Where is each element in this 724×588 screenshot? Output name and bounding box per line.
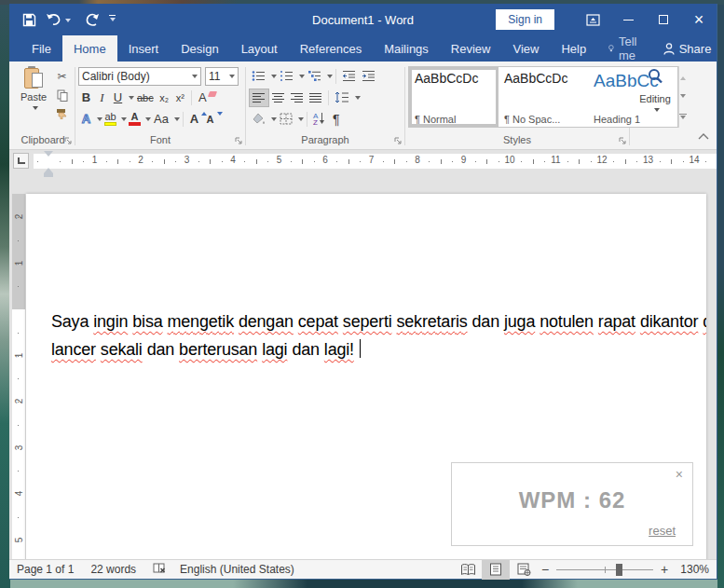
misspelled-word: juga <box>504 312 535 331</box>
text-effects-button[interactable]: A <box>78 110 94 129</box>
zoom-slider-thumb[interactable] <box>616 564 622 576</box>
first-line-indent-marker[interactable] <box>44 151 53 161</box>
zoom-slider[interactable] <box>556 560 653 580</box>
paste-button[interactable]: Paste <box>14 64 53 134</box>
undo-icon[interactable] <box>46 13 75 27</box>
share-button[interactable]: Share <box>652 35 723 62</box>
grow-font-button[interactable]: A <box>186 110 202 129</box>
indent-markers[interactable] <box>44 151 53 178</box>
close-button[interactable]: × <box>681 4 717 35</box>
font-name-select[interactable]: Calibri (Body) <box>78 67 201 86</box>
hanging-indent-marker[interactable] <box>44 163 53 173</box>
tab-layout[interactable]: Layout <box>230 35 289 62</box>
sign-in-button[interactable]: Sign in <box>496 9 554 30</box>
misspelled-word: sekali <box>101 340 143 359</box>
document-text[interactable]: Sayainginbisamengetikdengancepatsepertis… <box>51 308 706 363</box>
misspelled-word: lagi <box>262 340 287 359</box>
editing-button[interactable]: Editing <box>633 64 677 134</box>
justify-icon[interactable] <box>307 89 325 107</box>
word-count[interactable]: 22 words <box>90 563 136 576</box>
tab-stop-selector[interactable] <box>13 153 29 169</box>
ruler-row: 1234567891011121314 <box>9 150 717 177</box>
tab-home[interactable]: Home <box>62 35 117 62</box>
format-painter-icon[interactable] <box>53 105 71 122</box>
change-case-button[interactable]: Aa <box>151 110 171 129</box>
highlight-color-button[interactable]: ab <box>102 112 118 126</box>
tab-design[interactable]: Design <box>170 35 229 62</box>
collapse-ribbon-icon[interactable] <box>698 127 709 144</box>
underline-button[interactable]: U <box>110 89 126 107</box>
misspelled-word: bisa <box>132 312 162 331</box>
redo-icon[interactable] <box>85 13 100 27</box>
numbering-icon[interactable] <box>277 67 296 86</box>
increase-indent-icon[interactable] <box>359 67 378 86</box>
italic-button[interactable]: I <box>94 89 110 107</box>
tell-me-box[interactable]: Tell me <box>597 35 652 62</box>
zoom-level[interactable]: 130% <box>672 563 709 576</box>
title-bar: Document1 - Word Sign in × <box>9 4 717 35</box>
document-area: 2112345 Sayainginbisamengetikdengancepat… <box>9 177 717 560</box>
zoom-out-button[interactable]: − <box>538 562 553 577</box>
status-bar: Page 1 of 1 22 words English (United Sta… <box>9 559 717 579</box>
strikethrough-button[interactable]: abc <box>134 89 157 107</box>
ribbon-display-options-icon[interactable] <box>575 4 610 35</box>
align-center-icon[interactable] <box>269 89 288 107</box>
align-right-icon[interactable] <box>288 89 307 107</box>
bold-button[interactable]: B <box>78 89 94 107</box>
style-no-spacing[interactable]: AaBbCcDc ¶ No Spac... <box>499 67 588 127</box>
lightbulb-icon <box>608 42 614 55</box>
word-window: Document1 - Word Sign in × FileHomeInser… <box>9 4 717 580</box>
superscript-button[interactable]: x² <box>172 89 188 107</box>
print-layout-icon[interactable] <box>482 560 510 580</box>
line-spacing-icon[interactable] <box>332 89 352 107</box>
font-size-select[interactable]: 11 <box>205 67 239 86</box>
tab-references[interactable]: References <box>289 35 373 62</box>
bullets-icon[interactable] <box>249 67 268 86</box>
misspelled-word: sekretaris <box>397 312 468 331</box>
shrink-font-button[interactable]: A <box>202 110 218 129</box>
language-indicator[interactable]: English (United States) <box>180 563 294 576</box>
sort-icon[interactable]: A Z <box>310 110 328 129</box>
copy-icon[interactable] <box>53 87 71 103</box>
subscript-button[interactable]: x₂ <box>157 89 172 107</box>
borders-icon[interactable] <box>277 110 295 129</box>
styles-dialog-launcher-icon[interactable] <box>619 135 626 146</box>
clipboard-dialog-launcher-icon[interactable] <box>64 135 72 146</box>
maximize-button[interactable] <box>646 4 681 35</box>
wpm-value: WPM : 62 <box>452 487 692 513</box>
web-layout-icon[interactable] <box>510 560 538 580</box>
multilevel-list-icon[interactable] <box>305 67 324 86</box>
misspelled-word: dikantor <box>640 312 698 331</box>
desktop-wallpaper: Document1 - Word Sign in × FileHomeInser… <box>0 0 724 588</box>
font-dialog-launcher-icon[interactable] <box>235 135 242 146</box>
customize-qat-icon[interactable] <box>109 15 116 24</box>
tab-mailings[interactable]: Mailings <box>373 35 440 62</box>
align-left-icon[interactable] <box>249 89 269 107</box>
read-mode-icon[interactable] <box>454 560 482 580</box>
proofing-errors-icon[interactable] <box>153 562 167 578</box>
shading-icon[interactable] <box>249 110 268 129</box>
horizontal-ruler[interactable]: 1234567891011121314 <box>34 154 717 169</box>
person-icon <box>663 43 675 55</box>
clear-formatting-button[interactable]: A <box>195 89 211 107</box>
word: dan <box>147 340 174 359</box>
wpm-reset-link[interactable]: reset <box>649 524 676 538</box>
font-color-button[interactable]: A <box>127 112 143 126</box>
save-icon[interactable] <box>22 13 36 27</box>
tab-file[interactable]: File <box>20 35 62 62</box>
wpm-close-icon[interactable]: × <box>676 467 683 482</box>
page-count[interactable]: Page 1 of 1 <box>17 563 74 576</box>
vertical-ruler[interactable]: 2112345 <box>12 194 25 560</box>
tab-view[interactable]: View <box>501 35 550 62</box>
paragraph-dialog-launcher-icon[interactable] <box>394 135 402 146</box>
undo-dropdown-icon[interactable] <box>65 19 71 25</box>
cut-icon[interactable]: ✂ <box>53 68 71 85</box>
decrease-indent-icon[interactable] <box>339 67 359 86</box>
tab-insert[interactable]: Insert <box>117 35 171 62</box>
style-normal[interactable]: AaBbCcDc ¶ Normal <box>409 67 499 127</box>
tab-help[interactable]: Help <box>550 35 597 62</box>
minimize-button[interactable] <box>610 4 646 35</box>
zoom-in-button[interactable]: + <box>657 562 672 577</box>
show-paragraph-marks-icon[interactable]: ¶ <box>328 110 344 129</box>
tab-review[interactable]: Review <box>440 35 502 62</box>
